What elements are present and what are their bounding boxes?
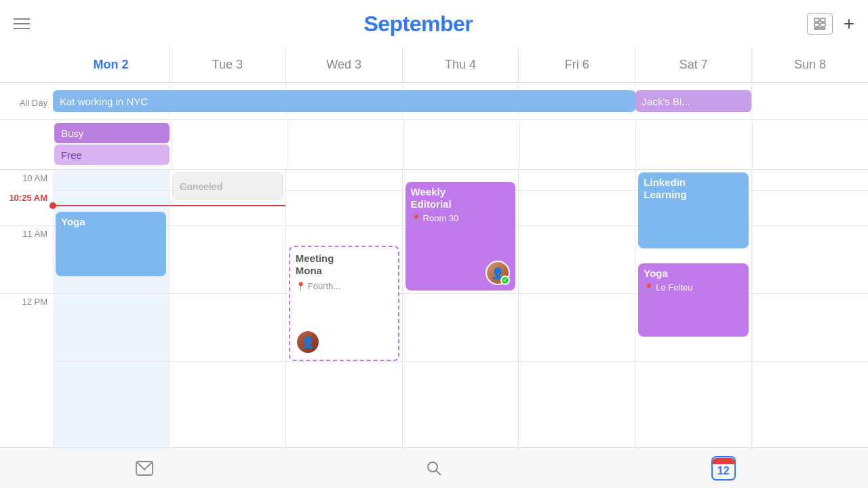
event-title: LinkedinLearning (644, 176, 743, 201)
page-title: September (363, 12, 473, 37)
event-location: 📍 Le Felteu (644, 282, 743, 293)
svg-rect-4 (814, 28, 825, 29)
svg-rect-2 (814, 23, 819, 26)
busy-free-day-2 (288, 121, 403, 168)
timed-area: 10 AM 10:25 AM 11 AM 12 PM (0, 170, 868, 447)
event-meeting-mona[interactable]: MeetingMona 📍 Fourth... 👤 (289, 246, 399, 361)
busy-free-day-0: Busy Free (53, 121, 171, 168)
day-header-thu[interactable]: Thu 4 (402, 48, 519, 82)
day-timed-3: WeeklyEditorial 📍 Room 30 👤 ✓ (402, 170, 519, 447)
event-canceled[interactable]: Canceled (172, 172, 283, 200)
tab-search[interactable] (414, 453, 454, 483)
header-right: + (807, 13, 854, 35)
day-timed-0: Yoga (53, 170, 169, 447)
allday-event-kat[interactable]: Kat working in NYC (53, 90, 635, 112)
allday-event-jack[interactable]: Jack's Bi... (635, 90, 752, 112)
day-header-mon[interactable]: Mon 2 (53, 48, 169, 82)
busy-free-day-1 (171, 121, 287, 168)
hamburger-icon[interactable] (14, 18, 30, 29)
day-timed-5: LinkedinLearning Yoga 📍 Le Felteu (635, 170, 751, 447)
event-title: Yoga (61, 216, 161, 228)
calendar-body: All Day Kat working in NYC Jack's Bi... (0, 83, 868, 447)
time-slot-11am: 11 AM (0, 225, 53, 293)
time-column: 10 AM 10:25 AM 11 AM 12 PM (0, 170, 53, 447)
time-slot-now: 10:25 AM (0, 190, 53, 225)
allday-label: All Day (0, 83, 53, 119)
time-slot-10am: 10 AM (0, 170, 53, 190)
calendar-top-bar (713, 458, 734, 464)
calendar-badge: 12 (711, 456, 736, 481)
day-timed-4 (518, 170, 635, 447)
busy-free-day-6 (752, 121, 868, 168)
busy-tag: Busy (54, 123, 170, 143)
tab-mail[interactable] (124, 453, 165, 483)
mail-icon (136, 461, 153, 476)
avatar-weekly: 👤 ✓ (486, 261, 510, 285)
busy-free-day-5 (635, 121, 751, 168)
svg-rect-3 (821, 23, 825, 26)
event-location: 📍 Room 30 (411, 213, 511, 223)
svg-line-7 (436, 470, 441, 475)
view-toggle-button[interactable] (807, 13, 833, 35)
check-badge: ✓ (500, 276, 510, 285)
svg-point-6 (428, 462, 437, 472)
day-header-sun[interactable]: Sun 8 (751, 48, 868, 82)
allday-events: Kat working in NYC Jack's Bi... (53, 83, 868, 119)
day-header-wed[interactable]: Wed 3 (285, 48, 402, 82)
day-header-row: Mon 2 Tue 3 Wed 3 Thu 4 Fri 6 Sat 7 Sun … (0, 48, 868, 83)
event-yoga-mon[interactable]: Yoga (56, 212, 166, 276)
svg-rect-0 (814, 18, 819, 22)
busy-free-time-spacer (0, 120, 53, 169)
event-yoga-sat[interactable]: Yoga 📍 Le Felteu (638, 263, 749, 337)
event-title: Yoga (644, 267, 743, 280)
now-line-day1 (170, 205, 285, 206)
day-header-sat[interactable]: Sat 7 (635, 48, 751, 82)
days-grid: Yoga Canceled MeetingMona 📍 Fourth... (53, 170, 868, 447)
now-dot (50, 202, 56, 209)
svg-rect-1 (821, 18, 825, 22)
allday-row: All Day Kat working in NYC Jack's Bi... (0, 83, 868, 120)
day-timed-2: MeetingMona 📍 Fourth... 👤 (285, 170, 402, 447)
busy-free-events: Busy Free (53, 120, 868, 169)
event-linkedin-learning[interactable]: LinkedinLearning (638, 172, 749, 248)
day-timed-6 (751, 170, 868, 447)
avatar-mona: 👤 (296, 330, 320, 354)
event-title: MeetingMona (296, 252, 393, 277)
event-title: WeeklyEditorial (411, 186, 511, 210)
now-line-day0 (53, 205, 169, 206)
day-timed-1: Canceled (169, 170, 285, 447)
day-header-fri[interactable]: Fri 6 (518, 48, 635, 82)
day-header-tue[interactable]: Tue 3 (169, 48, 285, 82)
busy-free-day-4 (519, 121, 635, 168)
tab-bar: 12 (0, 447, 868, 488)
event-weekly-editorial[interactable]: WeeklyEditorial 📍 Room 30 👤 ✓ (406, 182, 516, 290)
tab-calendar[interactable]: 12 (703, 453, 744, 483)
search-icon (426, 460, 442, 476)
add-event-button[interactable]: + (844, 13, 854, 35)
busy-free-day-3 (403, 121, 519, 168)
event-location: 📍 Fourth... (296, 281, 393, 291)
time-slot-12pm: 12 PM (0, 293, 53, 361)
busy-free-row: Busy Free (0, 120, 868, 170)
calendar-date-number: 12 (717, 464, 730, 478)
header-left (14, 18, 30, 29)
free-tag: Free (54, 145, 170, 165)
header: September + (0, 0, 868, 48)
allday-day-6 (752, 86, 868, 117)
